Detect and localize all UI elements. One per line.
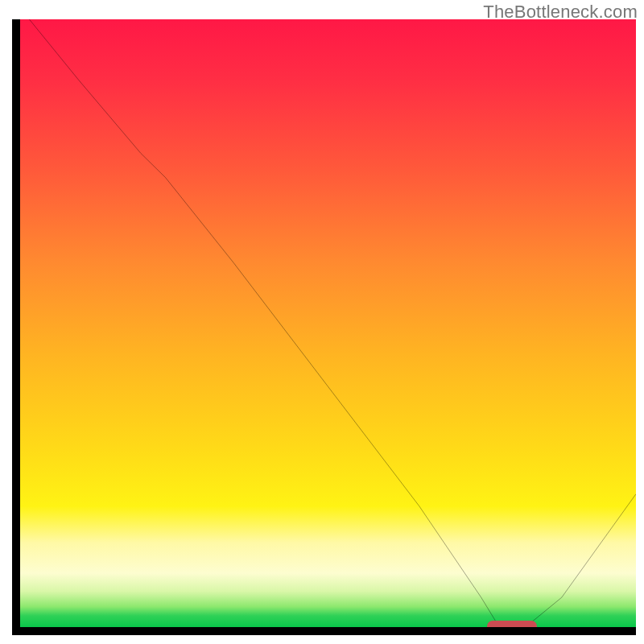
- gradient-background: [17, 19, 636, 628]
- optimal-range-marker: [487, 621, 537, 632]
- chart-container: TheBottleneck.com: [0, 0, 644, 644]
- plot-area: [8, 19, 636, 636]
